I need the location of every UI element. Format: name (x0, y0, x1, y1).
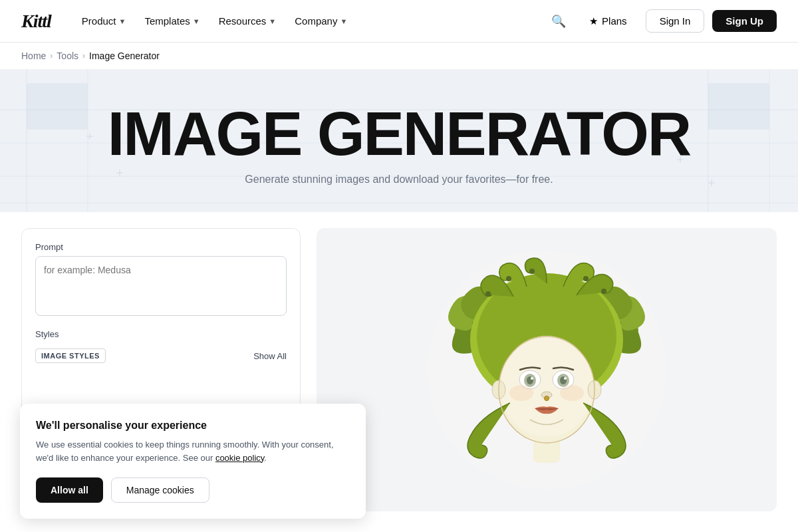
plans-button[interactable]: ★ Plans (579, 10, 638, 33)
cookie-text: We use essential cookies to keep things … (36, 438, 350, 464)
medusa-container (317, 228, 777, 511)
cookie-policy-link[interactable]: cookie policy (215, 453, 264, 463)
signin-button[interactable]: Sign In (646, 9, 705, 33)
svg-rect-28 (533, 436, 560, 463)
hero-section: IMAGE GENERATOR Generate stunning images… (0, 70, 798, 212)
nav-item-templates[interactable]: Templates ▼ (135, 10, 209, 32)
breadcrumb-sep-2: › (82, 51, 85, 61)
breadcrumb-sep-1: › (50, 51, 53, 61)
star-icon: ★ (589, 15, 598, 27)
svg-point-24 (583, 276, 589, 281)
svg-point-38 (545, 396, 549, 401)
styles-section: Styles IMAGE STYLES Show All (35, 329, 287, 363)
chevron-down-icon: ▼ (340, 17, 347, 25)
search-icon: 🔍 (551, 14, 566, 29)
prompt-section: Prompt (35, 242, 287, 319)
cookie-actions: Allow all Manage cookies (36, 477, 350, 503)
show-all-button[interactable]: Show All (253, 351, 287, 361)
navbar-right: 🔍 ★ Plans Sign In Sign Up (547, 9, 777, 33)
svg-point-23 (529, 269, 535, 274)
nav-item-product[interactable]: Product ▼ (72, 10, 136, 32)
nav-item-resources[interactable]: Resources ▼ (209, 10, 286, 32)
svg-point-36 (564, 377, 567, 380)
breadcrumb-current: Image Generator (89, 51, 160, 61)
svg-point-25 (601, 289, 606, 294)
prompt-label: Prompt (35, 242, 287, 252)
svg-point-40 (560, 385, 584, 401)
hero-title: IMAGE GENERATOR (108, 103, 690, 164)
cookie-banner: We'll personalise your experience We use… (20, 404, 366, 519)
manage-cookies-button[interactable]: Manage cookies (111, 477, 209, 503)
svg-point-21 (485, 291, 491, 297)
svg-point-39 (509, 385, 533, 401)
breadcrumb-tools[interactable]: Tools (57, 51, 78, 61)
chevron-down-icon: ▼ (119, 17, 126, 25)
breadcrumb-home[interactable]: Home (21, 51, 46, 61)
svg-rect-1 (708, 83, 769, 130)
svg-rect-0 (27, 83, 88, 130)
search-button[interactable]: 🔍 (547, 9, 571, 33)
svg-point-22 (506, 276, 511, 281)
image-styles-badge: IMAGE STYLES (35, 348, 106, 363)
chevron-down-icon: ▼ (193, 17, 200, 25)
styles-header: IMAGE STYLES Show All (35, 348, 287, 363)
logo[interactable]: Kittl (21, 11, 51, 32)
prompt-input[interactable] (35, 256, 287, 316)
breadcrumb: Home › Tools › Image Generator (0, 43, 798, 70)
styles-label: Styles (35, 329, 287, 339)
hero-subtitle: Generate stunning images and download yo… (245, 174, 553, 186)
navbar-left: Kittl Product ▼ Templates ▼ Resources ▼ … (21, 10, 356, 32)
cookie-title: We'll personalise your experience (36, 420, 350, 432)
chevron-down-icon: ▼ (269, 17, 276, 25)
navbar: Kittl Product ▼ Templates ▼ Resources ▼ … (0, 0, 798, 43)
medusa-illustration (420, 243, 673, 496)
svg-point-35 (531, 377, 533, 380)
signup-button[interactable]: Sign Up (712, 10, 777, 32)
nav-item-company[interactable]: Company ▼ (285, 10, 356, 32)
right-panel (317, 228, 777, 511)
allow-all-button[interactable]: Allow all (36, 477, 103, 503)
